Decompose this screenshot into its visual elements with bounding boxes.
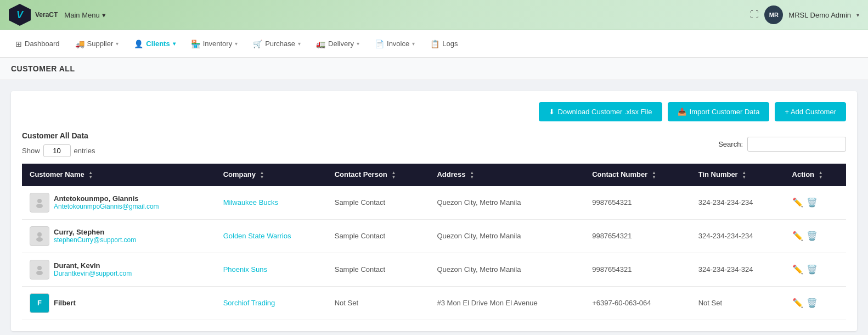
nav-clients-label: Clients (146, 40, 170, 48)
sort-arrows-company: ▲▼ (260, 171, 264, 180)
company-name[interactable]: Sorchiof Trading (223, 299, 275, 307)
download-excel-button[interactable]: ⬇ Download Customer .xlsx File (539, 102, 662, 121)
edit-button[interactable]: ✏️ (792, 264, 803, 275)
logo-area: V VeraCT (9, 4, 58, 26)
contact-number-cell: 9987654321 (584, 253, 691, 286)
col-contact-number[interactable]: Contact Number ▲▼ (584, 164, 691, 186)
customer-info: Curry, Stephen stephenCurry@support.com (54, 228, 136, 244)
entries-input[interactable]: 10 (43, 144, 71, 157)
main-menu-button[interactable]: Main Menu ▾ (64, 11, 105, 19)
sort-arrows-action: ▲▼ (819, 171, 823, 180)
action-cell: ✏️ 🗑️ (785, 219, 846, 253)
delete-button[interactable]: 🗑️ (807, 298, 818, 308)
svg-point-1 (36, 204, 43, 208)
edit-button[interactable]: ✏️ (792, 298, 803, 308)
address-cell: #3 Mon El Drive Mon El Avenue (429, 286, 584, 320)
user-avatar: MR (764, 5, 783, 24)
nav-item-clients[interactable]: 👤 Clients ▾ (127, 36, 182, 52)
nav-item-dashboard[interactable]: ⊞ Dashboard (9, 36, 66, 52)
table-row: Durant, Kevin Durantkevin@support.com Ph… (22, 253, 846, 286)
purchase-icon: 🛒 (253, 40, 262, 48)
delete-button[interactable]: 🗑️ (807, 231, 818, 241)
supplier-icon: 🚚 (75, 40, 84, 48)
col-company[interactable]: Company ▲▼ (216, 164, 327, 186)
avatar-cell: F Filbert (30, 293, 208, 313)
delivery-chevron: ▾ (357, 41, 359, 47)
col-action[interactable]: Action ▲▼ (785, 164, 846, 186)
address: Quezon City, Metro Manila (437, 198, 521, 206)
contact-number: 9987654321 (592, 232, 632, 240)
row-avatar (30, 226, 49, 246)
add-customer-button[interactable]: + Add Customer (775, 102, 846, 121)
nav-item-inventory[interactable]: 🏪 Inventory ▾ (184, 36, 244, 52)
svg-point-5 (36, 271, 43, 275)
nav-dashboard-label: Dashboard (25, 40, 60, 48)
user-dropdown-chevron: ▾ (856, 12, 859, 18)
top-bar-right: ⛶ MR MRSL Demo Admin ▾ (750, 5, 859, 24)
address-cell: Quezon City, Metro Manila (429, 186, 584, 220)
address: #3 Mon El Drive Mon El Avenue (437, 299, 537, 307)
table-controls: Customer All Data Show 10 entries Search… (22, 131, 846, 157)
top-bar: V VeraCT Main Menu ▾ ⛶ MR MRSL Demo Admi… (0, 0, 868, 30)
main-card: ⬇ Download Customer .xlsx File 📥 Import … (11, 91, 857, 331)
col-address[interactable]: Address ▲▼ (429, 164, 584, 186)
customer-info: Antetokounmpo, Giannis AntetokounmpoGian… (54, 194, 159, 210)
company-cell: Phoenix Suns (216, 253, 327, 286)
tin-number-cell: 324-234-234-234 (691, 219, 785, 253)
inventory-chevron: ▾ (235, 41, 238, 47)
clients-chevron: ▾ (173, 41, 176, 47)
customer-table: Customer Name ▲▼ Company ▲▼ Contact Pers… (22, 164, 846, 320)
company-cell: Milwaukee Bucks (216, 186, 327, 220)
contact-person: Sample Contact (335, 265, 386, 273)
contact-person-cell: Sample Contact (327, 253, 430, 286)
company-name[interactable]: Golden State Warrios (223, 232, 291, 240)
purchase-chevron: ▾ (298, 41, 301, 47)
search-row: Search: (718, 137, 846, 152)
customer-email: stephenCurry@support.com (54, 236, 136, 244)
delete-button[interactable]: 🗑️ (807, 197, 818, 208)
edit-button[interactable]: ✏️ (792, 197, 803, 208)
col-contact-person[interactable]: Contact Person ▲▼ (327, 164, 430, 186)
company-name[interactable]: Phoenix Suns (223, 265, 267, 273)
nav-purchase-label: Purchase (265, 40, 295, 48)
nav-item-logs[interactable]: 📋 Logs (424, 36, 464, 52)
nav-item-supplier[interactable]: 🚚 Supplier ▾ (69, 36, 126, 52)
fullscreen-icon: ⛶ (750, 10, 759, 19)
action-cell: ✏️ 🗑️ (785, 186, 846, 220)
edit-button[interactable]: ✏️ (792, 231, 803, 241)
page-header: CUSTOMER ALL (0, 58, 868, 80)
contact-number-cell: +6397-60-063-064 (584, 286, 691, 320)
customer-name-cell: Antetokounmpo, Giannis AntetokounmpoGian… (22, 186, 216, 220)
delivery-icon: 🚛 (316, 40, 325, 48)
company-name[interactable]: Milwaukee Bucks (223, 198, 278, 206)
nav-item-delivery[interactable]: 🚛 Delivery ▾ (309, 36, 366, 52)
contact-number: +6397-60-063-064 (592, 299, 651, 307)
contact-person-cell: Not Set (327, 286, 430, 320)
main-menu-chevron: ▾ (102, 11, 106, 19)
row-avatar: F (30, 293, 49, 313)
delete-button[interactable]: 🗑️ (807, 264, 818, 275)
customer-name-cell: Curry, Stephen stephenCurry@support.com (22, 219, 216, 253)
nav-item-invoice[interactable]: 📄 Invoice ▾ (368, 36, 421, 52)
customer-name: Antetokounmpo, Giannis (54, 194, 159, 203)
supplier-chevron: ▾ (116, 41, 119, 47)
contact-number-cell: 9987654321 (584, 186, 691, 220)
fullscreen-button[interactable]: ⛶ (750, 10, 759, 20)
search-input[interactable] (747, 137, 846, 152)
dashboard-icon: ⊞ (15, 40, 22, 48)
top-bar-left: V VeraCT Main Menu ▾ (9, 4, 106, 26)
tin-number: 324-234-234-324 (698, 265, 753, 273)
clients-icon: 👤 (134, 40, 143, 48)
import-label: Import Customer Data (690, 108, 760, 116)
customer-name: Filbert (54, 299, 76, 307)
import-customer-button[interactable]: 📥 Import Customer Data (668, 102, 770, 121)
logo-text: VeraCT (35, 11, 58, 19)
nav-item-purchase[interactable]: 🛒 Purchase ▾ (246, 36, 307, 52)
svg-point-4 (37, 266, 42, 270)
col-customer-name[interactable]: Customer Name ▲▼ (22, 164, 216, 186)
customer-email: Durantkevin@support.com (54, 270, 132, 277)
table-row: F Filbert Sorchiof Trading Not Set #3 Mo… (22, 286, 846, 320)
col-tin-number[interactable]: Tin Number ▲▼ (691, 164, 785, 186)
nav-supplier-label: Supplier (87, 40, 114, 48)
customer-info: Filbert (54, 299, 76, 307)
